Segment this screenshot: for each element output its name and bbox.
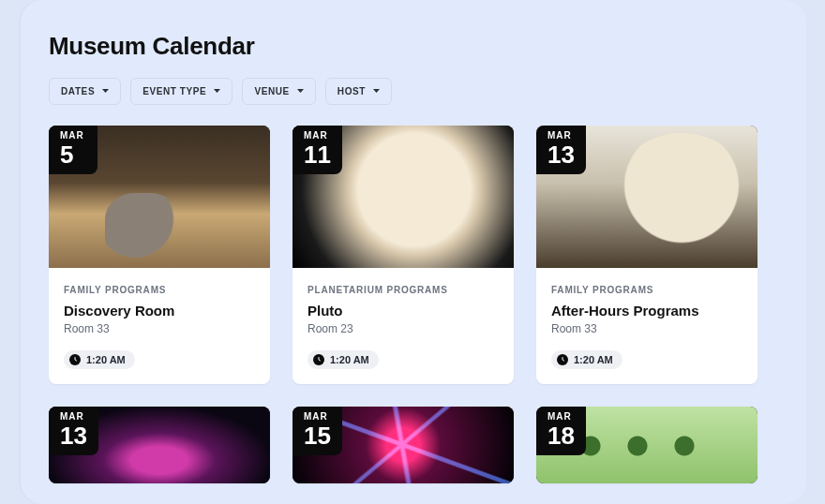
event-thumbnail: MAR 5 xyxy=(49,126,270,268)
event-card[interactable]: MAR 13 FAMILY PROGRAMS After-Hours Progr… xyxy=(536,126,758,384)
event-time-badge: 1:20 AM xyxy=(551,350,622,369)
date-day: 13 xyxy=(548,142,575,167)
filter-label: EVENT TYPE xyxy=(142,86,206,96)
event-category: FAMILY PROGRAMS xyxy=(551,285,742,295)
filter-label: DATES xyxy=(61,86,95,96)
filter-bar: DATES EVENT TYPE VENUE HOST xyxy=(49,78,776,105)
caret-down-icon xyxy=(214,89,220,94)
event-card[interactable]: MAR 11 PLANETARIUM PROGRAMS Pluto Room 2… xyxy=(292,126,514,384)
date-badge: MAR 18 xyxy=(536,407,586,455)
date-badge: MAR 5 xyxy=(49,126,98,174)
event-card[interactable]: MAR 18 xyxy=(536,407,758,483)
calendar-panel: Museum Calendar DATES EVENT TYPE VENUE H… xyxy=(19,0,806,504)
filter-label: HOST xyxy=(338,86,366,96)
date-day: 11 xyxy=(304,142,331,167)
date-badge: MAR 15 xyxy=(292,407,342,455)
date-month: MAR xyxy=(304,131,331,141)
page-title: Museum Calendar xyxy=(49,32,776,61)
filter-dates[interactable]: DATES xyxy=(49,78,121,105)
date-month: MAR xyxy=(548,412,575,422)
date-day: 15 xyxy=(304,423,331,448)
event-body: PLANETARIUM PROGRAMS Pluto Room 23 1:20 … xyxy=(292,268,514,384)
event-card[interactable]: MAR 5 FAMILY PROGRAMS Discovery Room Roo… xyxy=(49,126,270,384)
caret-down-icon xyxy=(102,89,109,94)
filter-label: VENUE xyxy=(254,86,289,96)
event-thumbnail: MAR 13 xyxy=(49,407,270,483)
date-month: MAR xyxy=(548,131,575,141)
event-body: FAMILY PROGRAMS Discovery Room Room 33 1… xyxy=(49,268,270,384)
date-badge: MAR 13 xyxy=(536,126,586,174)
event-grid: MAR 5 FAMILY PROGRAMS Discovery Room Roo… xyxy=(49,126,776,483)
event-category: FAMILY PROGRAMS xyxy=(64,285,255,295)
event-thumbnail: MAR 13 xyxy=(536,126,758,268)
clock-icon xyxy=(557,354,568,365)
event-time: 1:20 AM xyxy=(86,354,126,365)
event-room: Room 33 xyxy=(551,322,742,335)
event-room: Room 33 xyxy=(64,322,255,335)
event-title: Pluto xyxy=(308,303,499,319)
filter-venue[interactable]: VENUE xyxy=(242,78,315,105)
date-day: 18 xyxy=(548,423,575,448)
event-time: 1:20 AM xyxy=(574,354,613,365)
event-time-badge: 1:20 AM xyxy=(308,350,379,369)
event-time: 1:20 AM xyxy=(330,354,369,365)
event-card[interactable]: MAR 13 xyxy=(49,407,270,483)
date-month: MAR xyxy=(60,131,86,141)
caret-down-icon xyxy=(297,89,304,94)
date-month: MAR xyxy=(304,412,331,422)
filter-host[interactable]: HOST xyxy=(325,78,392,105)
event-body: FAMILY PROGRAMS After-Hours Programs Roo… xyxy=(536,268,758,384)
event-thumbnail: MAR 11 xyxy=(292,126,514,268)
date-day: 13 xyxy=(60,423,87,448)
clock-icon xyxy=(69,354,81,365)
date-day: 5 xyxy=(60,142,86,167)
event-thumbnail: MAR 18 xyxy=(536,407,758,483)
clock-icon xyxy=(313,354,324,365)
date-badge: MAR 13 xyxy=(49,407,98,455)
event-card[interactable]: MAR 15 xyxy=(292,407,514,483)
date-month: MAR xyxy=(60,412,87,422)
event-title: Discovery Room xyxy=(64,303,255,319)
event-time-badge: 1:20 AM xyxy=(64,350,135,369)
filter-event-type[interactable]: EVENT TYPE xyxy=(130,78,232,105)
date-badge: MAR 11 xyxy=(292,126,342,174)
event-title: After-Hours Programs xyxy=(551,303,742,319)
event-room: Room 23 xyxy=(308,322,499,335)
event-thumbnail: MAR 15 xyxy=(292,407,514,483)
event-category: PLANETARIUM PROGRAMS xyxy=(308,285,499,295)
caret-down-icon xyxy=(373,89,380,94)
